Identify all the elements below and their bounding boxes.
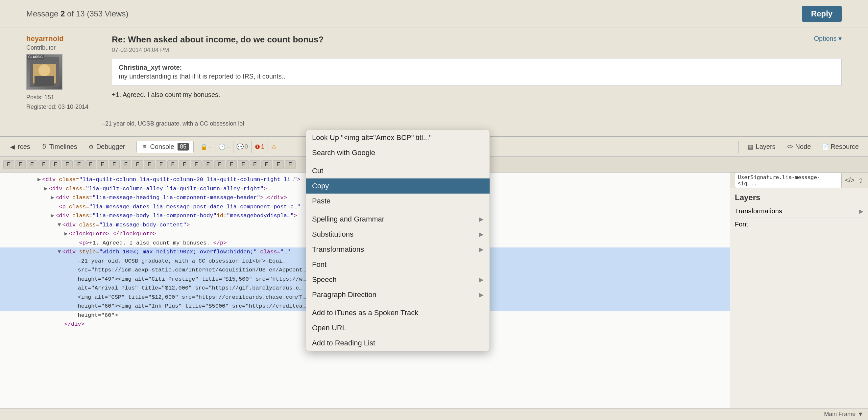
- layers-icon: ▦: [747, 143, 754, 150]
- avatar: CLASSIC: [26, 54, 62, 90]
- layers-section: Layers Transformations ▶ Font: [730, 188, 868, 236]
- post-title: Re: When asked about income, do we count…: [112, 34, 842, 45]
- breadcrumb-e-22[interactable]: E: [250, 160, 260, 169]
- context-menu: Look Up "<img alt="Amex BCP" titl..." Se…: [306, 130, 490, 351]
- context-menu-search-google[interactable]: Search with Google: [306, 145, 490, 160]
- breadcrumb-e-17[interactable]: E: [191, 160, 202, 169]
- context-menu-spelling[interactable]: Spelling and Grammar ▶: [306, 212, 490, 227]
- breadcrumb-e-25[interactable]: E: [285, 160, 296, 169]
- breadcrumb-e-15[interactable]: E: [167, 160, 178, 169]
- post-container: heyarrnold Contributor CLASSIC Posts: 15…: [0, 28, 868, 118]
- tab-node[interactable]: <> Node: [782, 141, 816, 153]
- code-icon[interactable]: </>: [845, 176, 855, 184]
- speech-submenu-arrow: ▶: [479, 276, 484, 283]
- breadcrumb-e-19[interactable]: E: [214, 160, 225, 169]
- tab-resources[interactable]: ◀ rces: [5, 141, 35, 153]
- context-menu-cut[interactable]: Cut: [306, 163, 490, 179]
- toolbar-separator-3: [215, 141, 215, 153]
- right-panel: UserSignature.lia-message-sig... </> ⇧ L…: [730, 172, 868, 420]
- timelines-icon: ⏱: [41, 143, 48, 150]
- right-panel-header: UserSignature.lia-message-sig... </> ⇧: [730, 172, 868, 188]
- breadcrumb-e-23[interactable]: E: [261, 160, 272, 169]
- context-menu-font[interactable]: Font: [306, 257, 490, 272]
- element-path: UserSignature.lia-message-sig...: [735, 173, 842, 188]
- reply-button[interactable]: Reply: [802, 6, 842, 22]
- breadcrumb-e-7[interactable]: E: [74, 160, 85, 169]
- warning-badge: ⚠: [271, 143, 277, 151]
- expand-icon-1[interactable]: ▶: [37, 175, 41, 184]
- message-icon: 💬: [237, 143, 243, 150]
- poster-registered: Registered: 03-10-2014: [26, 102, 102, 112]
- poster-name[interactable]: heyarrnold: [26, 34, 102, 43]
- options-dropdown[interactable]: Options ▾: [814, 34, 842, 42]
- tab-layers[interactable]: ▦ Layers: [743, 141, 780, 153]
- breadcrumb-e-14[interactable]: E: [156, 160, 167, 169]
- tab-debugger[interactable]: ⚙ Debugger: [83, 141, 130, 153]
- avatar-image: [27, 55, 62, 89]
- context-menu-add-itunes[interactable]: Add to iTunes as a Spoken Track: [306, 305, 490, 320]
- context-menu-paste[interactable]: Paste: [306, 194, 490, 209]
- breadcrumb-e-2[interactable]: E: [15, 160, 26, 169]
- font-item[interactable]: Font: [735, 218, 863, 231]
- breadcrumb-e-8[interactable]: E: [86, 160, 96, 169]
- message-header-bar: Message 2 of 13 (353 Views) Reply: [0, 0, 868, 28]
- transformations-item[interactable]: Transformations ▶: [735, 205, 863, 218]
- breadcrumb-e-13[interactable]: E: [144, 160, 155, 169]
- breadcrumb-e-16[interactable]: E: [179, 160, 190, 169]
- context-menu-transformations[interactable]: Transformations ▶: [306, 242, 490, 257]
- message-count-devtools: 0: [245, 143, 248, 150]
- breadcrumb-e-1[interactable]: E: [3, 160, 14, 169]
- post-content: Options ▾ Re: When asked about income, d…: [112, 34, 842, 112]
- context-menu-substitutions[interactable]: Substitutions ▶: [306, 227, 490, 242]
- breadcrumb-e-4[interactable]: E: [38, 160, 49, 169]
- error-icon: ❶: [255, 143, 260, 151]
- avatar-badge: CLASSIC: [27, 55, 44, 60]
- post-body: +1. Agreed. I also count my bonuses.: [112, 91, 842, 99]
- tab-console[interactable]: ≡ Console 85: [136, 141, 193, 153]
- spelling-submenu-arrow: ▶: [479, 216, 484, 223]
- breadcrumb-e-9[interactable]: E: [97, 160, 108, 169]
- svg-rect-3: [34, 76, 54, 86]
- expand-icon[interactable]: ⇧: [858, 176, 863, 184]
- toolbar-separator-5: [251, 141, 251, 153]
- tab-timelines[interactable]: ⏱ Timelines: [36, 141, 82, 153]
- expand-icon-3[interactable]: ▶: [51, 194, 54, 202]
- breadcrumb-e-3[interactable]: E: [27, 160, 37, 169]
- poster-role: Contributor: [26, 44, 102, 51]
- breadcrumb-e-10[interactable]: E: [109, 160, 120, 169]
- post-sidebar: heyarrnold Contributor CLASSIC Posts: 15…: [26, 34, 102, 112]
- error-badge: ❶ 1: [255, 143, 265, 151]
- breadcrumb-e-20[interactable]: E: [226, 160, 237, 169]
- resource-icon: 📄: [822, 143, 829, 150]
- svg-point-2: [38, 64, 50, 76]
- context-menu-open-url[interactable]: Open URL: [306, 320, 490, 335]
- resources-icon: ◀: [9, 143, 16, 150]
- breadcrumb-e-24[interactable]: E: [273, 160, 284, 169]
- expand-icon-9[interactable]: ▼: [58, 248, 61, 256]
- breadcrumb-e-12[interactable]: E: [132, 160, 143, 169]
- message-count: Message 2 of 13 (353 Views): [26, 9, 128, 19]
- context-menu-add-reading-list[interactable]: Add to Reading List: [306, 335, 490, 351]
- context-menu-speech[interactable]: Speech ▶: [306, 272, 490, 287]
- quote-text: my understanding is that if it is report…: [119, 73, 835, 80]
- breadcrumb-e-11[interactable]: E: [121, 160, 131, 169]
- breadcrumb-e-5[interactable]: E: [50, 160, 61, 169]
- breadcrumb-e-6[interactable]: E: [62, 160, 73, 169]
- expand-icon-5[interactable]: ▶: [51, 212, 54, 220]
- toolbar-separator-4: [233, 141, 234, 153]
- context-menu-copy[interactable]: Copy: [306, 179, 490, 194]
- context-menu-sep-1: [306, 162, 490, 162]
- console-icon: ≡: [142, 143, 148, 150]
- poster-meta: Posts: 151 Registered: 03-10-2014: [26, 93, 102, 112]
- breadcrumb-e-21[interactable]: E: [238, 160, 249, 169]
- transformations-submenu-arrow: ▶: [479, 246, 484, 253]
- frame-dropdown-icon[interactable]: ▼: [858, 411, 863, 418]
- context-menu-lookup[interactable]: Look Up "<img alt="Amex BCP" titl...": [306, 130, 490, 145]
- breadcrumb-e-18[interactable]: E: [203, 160, 213, 169]
- expand-icon-6[interactable]: ▼: [58, 221, 61, 229]
- context-menu-paragraph-direction[interactable]: Paragraph Direction ▶: [306, 287, 490, 302]
- expand-icon-2[interactable]: ▶: [44, 185, 48, 193]
- toolbar-separator-2: [197, 141, 197, 153]
- tab-resource[interactable]: 📄 Resource: [817, 141, 863, 153]
- expand-icon-7[interactable]: ▶: [64, 230, 68, 238]
